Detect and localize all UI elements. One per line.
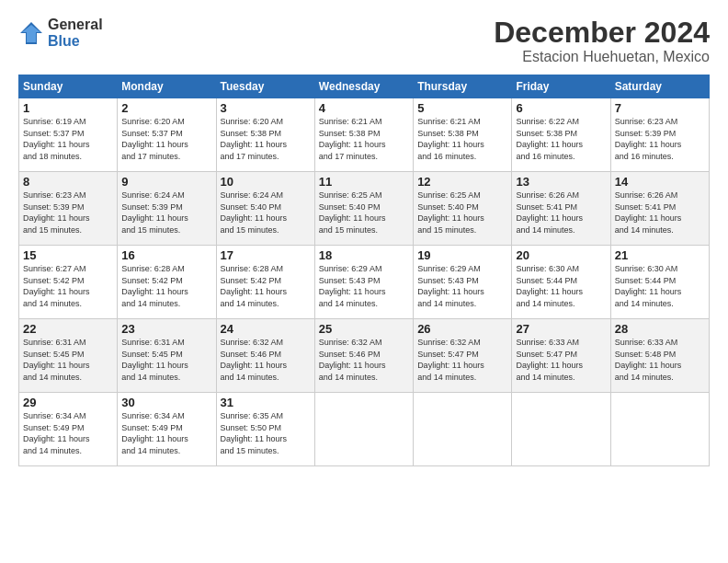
day-info: Sunrise: 6:22 AM Sunset: 5:38 PM Dayligh… xyxy=(516,116,606,162)
logo-blue-text: Blue xyxy=(48,33,103,50)
day-info: Sunrise: 6:30 AM Sunset: 5:44 PM Dayligh… xyxy=(516,263,606,309)
col-sunday: Sunday xyxy=(19,75,118,98)
table-row xyxy=(414,393,512,466)
table-row: 12Sunrise: 6:25 AM Sunset: 5:40 PM Dayli… xyxy=(414,172,512,246)
logo-general-text: General xyxy=(48,17,103,33)
svg-marker-1 xyxy=(22,25,40,42)
table-row: 19Sunrise: 6:29 AM Sunset: 5:43 PM Dayli… xyxy=(414,246,512,319)
col-thursday: Thursday xyxy=(414,75,512,98)
month-title: December 2024 xyxy=(494,17,710,49)
col-tuesday: Tuesday xyxy=(216,75,314,98)
day-info: Sunrise: 6:29 AM Sunset: 5:43 PM Dayligh… xyxy=(319,263,409,309)
table-row: 1Sunrise: 6:19 AM Sunset: 5:37 PM Daylig… xyxy=(19,98,118,172)
day-number: 27 xyxy=(516,322,606,336)
day-number: 13 xyxy=(516,175,606,189)
table-row: 24Sunrise: 6:32 AM Sunset: 5:46 PM Dayli… xyxy=(216,319,314,393)
day-number: 26 xyxy=(417,322,507,336)
table-row: 6Sunrise: 6:22 AM Sunset: 5:38 PM Daylig… xyxy=(512,98,610,172)
day-number: 23 xyxy=(121,322,211,336)
table-row: 20Sunrise: 6:30 AM Sunset: 5:44 PM Dayli… xyxy=(512,246,610,319)
day-number: 28 xyxy=(615,322,705,336)
day-info: Sunrise: 6:21 AM Sunset: 5:38 PM Dayligh… xyxy=(417,116,507,162)
table-row: 13Sunrise: 6:26 AM Sunset: 5:41 PM Dayli… xyxy=(512,172,610,246)
logo: General Blue xyxy=(18,17,103,49)
header: General Blue December 2024 Estacion Hueh… xyxy=(18,17,710,65)
day-info: Sunrise: 6:32 AM Sunset: 5:46 PM Dayligh… xyxy=(319,337,409,383)
day-number: 12 xyxy=(417,175,507,189)
day-info: Sunrise: 6:33 AM Sunset: 5:48 PM Dayligh… xyxy=(615,337,705,383)
table-row: 9Sunrise: 6:24 AM Sunset: 5:39 PM Daylig… xyxy=(118,172,216,246)
day-number: 29 xyxy=(23,396,113,409)
calendar-week-row: 1Sunrise: 6:19 AM Sunset: 5:37 PM Daylig… xyxy=(19,98,710,172)
calendar-week-row: 15Sunrise: 6:27 AM Sunset: 5:42 PM Dayli… xyxy=(19,246,710,319)
day-info: Sunrise: 6:21 AM Sunset: 5:38 PM Dayligh… xyxy=(319,116,409,162)
day-info: Sunrise: 6:26 AM Sunset: 5:41 PM Dayligh… xyxy=(516,190,606,236)
day-number: 6 xyxy=(516,101,606,115)
table-row: 16Sunrise: 6:28 AM Sunset: 5:42 PM Dayli… xyxy=(118,246,216,319)
table-row: 25Sunrise: 6:32 AM Sunset: 5:46 PM Dayli… xyxy=(314,319,413,393)
day-number: 1 xyxy=(23,101,113,115)
calendar-table: Sunday Monday Tuesday Wednesday Thursday… xyxy=(18,75,710,466)
table-row: 29Sunrise: 6:34 AM Sunset: 5:49 PM Dayli… xyxy=(19,393,118,466)
day-info: Sunrise: 6:27 AM Sunset: 5:42 PM Dayligh… xyxy=(23,263,113,309)
table-row: 17Sunrise: 6:28 AM Sunset: 5:42 PM Dayli… xyxy=(216,246,314,319)
day-number: 21 xyxy=(615,248,705,262)
day-info: Sunrise: 6:34 AM Sunset: 5:49 PM Dayligh… xyxy=(23,410,113,456)
day-number: 2 xyxy=(121,101,211,115)
day-number: 5 xyxy=(417,101,507,115)
table-row: 4Sunrise: 6:21 AM Sunset: 5:38 PM Daylig… xyxy=(314,98,413,172)
table-row: 7Sunrise: 6:23 AM Sunset: 5:39 PM Daylig… xyxy=(610,98,709,172)
day-info: Sunrise: 6:33 AM Sunset: 5:47 PM Dayligh… xyxy=(516,337,606,383)
day-number: 4 xyxy=(319,101,409,115)
day-info: Sunrise: 6:23 AM Sunset: 5:39 PM Dayligh… xyxy=(23,190,113,236)
day-info: Sunrise: 6:26 AM Sunset: 5:41 PM Dayligh… xyxy=(615,190,705,236)
col-wednesday: Wednesday xyxy=(314,75,413,98)
table-row: 18Sunrise: 6:29 AM Sunset: 5:43 PM Dayli… xyxy=(314,246,413,319)
table-row: 10Sunrise: 6:24 AM Sunset: 5:40 PM Dayli… xyxy=(216,172,314,246)
table-row: 27Sunrise: 6:33 AM Sunset: 5:47 PM Dayli… xyxy=(512,319,610,393)
table-row xyxy=(512,393,610,466)
day-info: Sunrise: 6:29 AM Sunset: 5:43 PM Dayligh… xyxy=(417,263,507,309)
calendar-week-row: 29Sunrise: 6:34 AM Sunset: 5:49 PM Dayli… xyxy=(19,393,710,466)
location-title: Estacion Huehuetan, Mexico xyxy=(494,49,710,65)
day-info: Sunrise: 6:20 AM Sunset: 5:37 PM Dayligh… xyxy=(121,116,211,162)
table-row xyxy=(314,393,413,466)
table-row: 26Sunrise: 6:32 AM Sunset: 5:47 PM Dayli… xyxy=(414,319,512,393)
day-number: 9 xyxy=(121,175,211,189)
table-row: 28Sunrise: 6:33 AM Sunset: 5:48 PM Dayli… xyxy=(610,319,709,393)
table-row: 22Sunrise: 6:31 AM Sunset: 5:45 PM Dayli… xyxy=(19,319,118,393)
calendar-header-row: Sunday Monday Tuesday Wednesday Thursday… xyxy=(19,75,710,98)
day-info: Sunrise: 6:19 AM Sunset: 5:37 PM Dayligh… xyxy=(23,116,113,162)
day-info: Sunrise: 6:35 AM Sunset: 5:50 PM Dayligh… xyxy=(221,410,311,456)
table-row: 23Sunrise: 6:31 AM Sunset: 5:45 PM Dayli… xyxy=(118,319,216,393)
day-number: 7 xyxy=(615,101,705,115)
day-info: Sunrise: 6:30 AM Sunset: 5:44 PM Dayligh… xyxy=(615,263,705,309)
day-info: Sunrise: 6:25 AM Sunset: 5:40 PM Dayligh… xyxy=(417,190,507,236)
day-info: Sunrise: 6:31 AM Sunset: 5:45 PM Dayligh… xyxy=(23,337,113,383)
table-row: 31Sunrise: 6:35 AM Sunset: 5:50 PM Dayli… xyxy=(216,393,314,466)
col-friday: Friday xyxy=(512,75,610,98)
day-number: 14 xyxy=(615,175,705,189)
table-row: 14Sunrise: 6:26 AM Sunset: 5:41 PM Dayli… xyxy=(610,172,709,246)
day-info: Sunrise: 6:24 AM Sunset: 5:39 PM Dayligh… xyxy=(121,190,211,236)
day-info: Sunrise: 6:28 AM Sunset: 5:42 PM Dayligh… xyxy=(221,263,311,309)
day-info: Sunrise: 6:31 AM Sunset: 5:45 PM Dayligh… xyxy=(121,337,211,383)
day-number: 17 xyxy=(221,248,311,262)
day-number: 25 xyxy=(319,322,409,336)
day-number: 24 xyxy=(221,322,311,336)
day-number: 20 xyxy=(516,248,606,262)
col-monday: Monday xyxy=(118,75,216,98)
day-number: 19 xyxy=(417,248,507,262)
day-number: 15 xyxy=(23,248,113,262)
day-info: Sunrise: 6:24 AM Sunset: 5:40 PM Dayligh… xyxy=(221,190,311,236)
table-row: 8Sunrise: 6:23 AM Sunset: 5:39 PM Daylig… xyxy=(19,172,118,246)
day-number: 30 xyxy=(121,396,211,409)
col-saturday: Saturday xyxy=(610,75,709,98)
day-number: 8 xyxy=(23,175,113,189)
day-info: Sunrise: 6:34 AM Sunset: 5:49 PM Dayligh… xyxy=(121,410,211,456)
table-row: 2Sunrise: 6:20 AM Sunset: 5:37 PM Daylig… xyxy=(118,98,216,172)
day-number: 10 xyxy=(221,175,311,189)
title-block: December 2024 Estacion Huehuetan, Mexico xyxy=(494,17,710,65)
table-row: 11Sunrise: 6:25 AM Sunset: 5:40 PM Dayli… xyxy=(314,172,413,246)
table-row: 30Sunrise: 6:34 AM Sunset: 5:49 PM Dayli… xyxy=(118,393,216,466)
